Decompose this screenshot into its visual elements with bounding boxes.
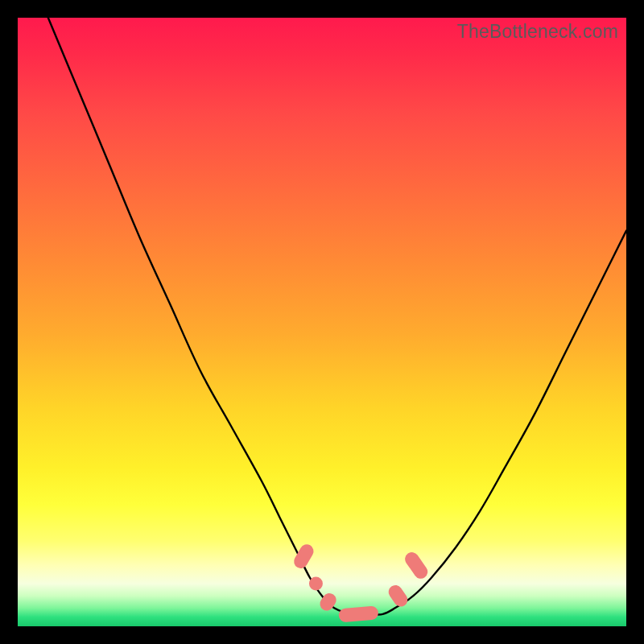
svg-rect-3 — [338, 605, 378, 622]
dot-left-mid — [309, 577, 323, 591]
watermark-text: TheBottleneck.com — [457, 21, 618, 43]
bottleneck-curve — [48, 18, 626, 614]
chart-plot-area: TheBottleneck.com — [18, 18, 626, 626]
pill-right-lower — [386, 583, 410, 609]
chart-frame: TheBottleneck.com — [0, 0, 644, 644]
curve-left-branch — [48, 18, 371, 614]
curve-markers — [291, 542, 431, 622]
pill-right-upper — [402, 550, 431, 581]
svg-point-1 — [309, 577, 323, 591]
svg-rect-4 — [386, 583, 410, 609]
chart-svg — [18, 18, 626, 626]
svg-rect-5 — [402, 550, 431, 581]
pill-trough — [338, 605, 378, 622]
